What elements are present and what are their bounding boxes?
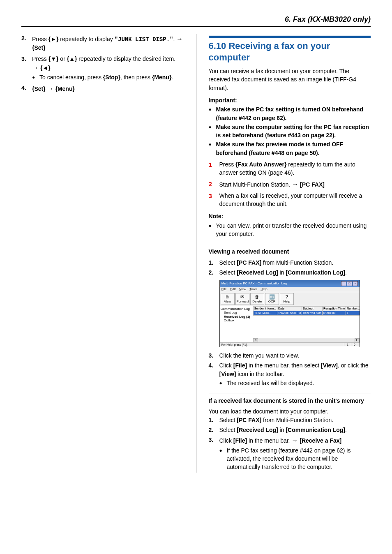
note-bullet: ●You can view, print or transfer the rec… bbox=[209, 222, 371, 238]
ocr-icon: 🔤 bbox=[266, 294, 278, 300]
help-icon: ? bbox=[281, 294, 293, 300]
tree-root[interactable]: Communication Log bbox=[221, 307, 252, 311]
status-help-text: For Help, press [F1]. bbox=[221, 343, 248, 346]
stored-intro: You can load the document into your comp… bbox=[209, 407, 371, 416]
delete-icon: 🗑 bbox=[251, 294, 263, 300]
toolbar-delete[interactable]: 🗑Delete bbox=[250, 293, 264, 305]
stored-step-1: 1.Select [PC FAX] from Multi-Function St… bbox=[209, 416, 371, 424]
viewing-step-1: 1.Select [PC FAX] from Multi-Function St… bbox=[209, 259, 371, 267]
tree-outbox[interactable]: Outbox bbox=[221, 319, 252, 323]
scroll-left-icon[interactable]: ◄ bbox=[253, 338, 258, 342]
col-sender[interactable]: Sender Inform... bbox=[253, 306, 277, 311]
menu-tools[interactable]: Tools bbox=[249, 287, 257, 291]
col-date[interactable]: Date bbox=[277, 306, 302, 311]
right-step-2: 2 Start Multi-Function Station. → [PC FA… bbox=[209, 180, 371, 189]
tree-received[interactable]: Received Log (1) bbox=[221, 315, 252, 319]
header-rule bbox=[21, 26, 371, 27]
left-step-4: 4. {Set} → {Menu} bbox=[21, 84, 184, 93]
left-step-2: 2. Press {►} repeatedly to display "JUNK… bbox=[21, 34, 184, 52]
important-bullet-2: ●Make sure the computer setting for the … bbox=[209, 123, 371, 140]
app-tree[interactable]: Communication Log Sent Log Received Log … bbox=[220, 306, 253, 342]
section-title: 6.10 Receiving a fax on your computer bbox=[209, 40, 371, 63]
viewing-divider bbox=[209, 244, 371, 244]
right-column: 6.10 Receiving a fax on your computer Yo… bbox=[205, 34, 371, 473]
window-buttons[interactable]: _□× bbox=[341, 281, 358, 286]
col-subject[interactable]: Subject bbox=[302, 306, 323, 311]
toolbar-view[interactable]: 🗎View bbox=[221, 293, 235, 305]
important-label: Important: bbox=[209, 96, 371, 104]
section-rule bbox=[209, 35, 371, 38]
col-reception[interactable]: Reception Time bbox=[323, 306, 346, 311]
stored-title: If a received fax document is stored in … bbox=[209, 397, 371, 405]
stored-divider bbox=[209, 393, 371, 393]
toolbar-help[interactable]: ?Help bbox=[280, 293, 294, 305]
minimize-icon[interactable]: _ bbox=[341, 281, 346, 286]
stored-step-3: 3. Click [File] in the menu bar. → [Rece… bbox=[209, 436, 371, 471]
app-statusbar: For Help, press [F1]. 10 bbox=[220, 342, 360, 347]
menu-view[interactable]: View bbox=[239, 287, 246, 291]
stored-step-2: 2.Select [Received Log] in [Communicatio… bbox=[209, 426, 371, 434]
menu-help[interactable]: Help bbox=[261, 287, 267, 291]
app-title-text: Multi-Function PC FAX - Communication Lo… bbox=[221, 282, 287, 286]
table-row[interactable]: TEST MOD... 1/1/2009 5:00 PM Received da… bbox=[253, 311, 360, 315]
app-window: Multi-Function PC FAX - Communication Lo… bbox=[219, 280, 360, 347]
horizontal-scrollbar[interactable]: ◄ ► bbox=[253, 338, 360, 342]
section-intro: You can receive a fax document on your c… bbox=[209, 67, 371, 92]
close-icon[interactable]: × bbox=[353, 281, 358, 286]
note-label: Note: bbox=[209, 212, 371, 220]
menu-edit[interactable]: Edit bbox=[230, 287, 236, 291]
tree-sent[interactable]: Sent Log bbox=[221, 311, 252, 315]
viewing-step-2: 2.Select [Received Log] in [Communicatio… bbox=[209, 268, 371, 277]
menu-file[interactable]: File bbox=[221, 287, 227, 291]
forward-icon: ✉ bbox=[237, 294, 248, 300]
important-bullet-3: ●Make sure the fax preview mode is turne… bbox=[209, 140, 371, 157]
column-divider bbox=[196, 34, 196, 473]
scroll-right-icon[interactable]: ► bbox=[355, 338, 360, 342]
toolbar-ocr[interactable]: 🔤OCR bbox=[265, 293, 279, 305]
chapter-title: 6. Fax (KX-MB3020 only) bbox=[21, 14, 371, 25]
app-toolbar: 🗎View ✉Forward 🗑Delete 🔤OCR ?Help bbox=[220, 292, 360, 306]
app-titlebar: Multi-Function PC FAX - Communication Lo… bbox=[220, 280, 360, 287]
viewing-step-4: 4. Click [File] in the menu bar, then se… bbox=[209, 361, 371, 387]
maximize-icon[interactable]: □ bbox=[347, 281, 352, 286]
right-step-1: 1 Press {Fax Auto Answer} repeatedly to … bbox=[209, 160, 371, 177]
left-column: 2. Press {►} repeatedly to display "JUNK… bbox=[21, 34, 188, 473]
viewing-step-3: 3.Click the item you want to view. bbox=[209, 351, 371, 360]
app-menubar[interactable]: File Edit View Tools Help bbox=[220, 287, 360, 292]
right-step-3: 3 When a fax call is received, your comp… bbox=[209, 192, 371, 208]
table-header-row: Sender Inform... Date Subject Reception … bbox=[253, 306, 360, 311]
viewing-title: Viewing a received document bbox=[209, 247, 371, 256]
left-step-3: 3. Press {▼} or {▲} repeatedly to displa… bbox=[21, 55, 184, 82]
col-number[interactable]: Number... bbox=[346, 306, 360, 311]
important-bullet-1: ●Make sure the PC fax setting is turned … bbox=[209, 105, 371, 122]
view-icon: 🗎 bbox=[222, 294, 233, 300]
app-table: Sender Inform... Date Subject Reception … bbox=[253, 306, 360, 342]
toolbar-forward[interactable]: ✉Forward bbox=[235, 293, 249, 305]
